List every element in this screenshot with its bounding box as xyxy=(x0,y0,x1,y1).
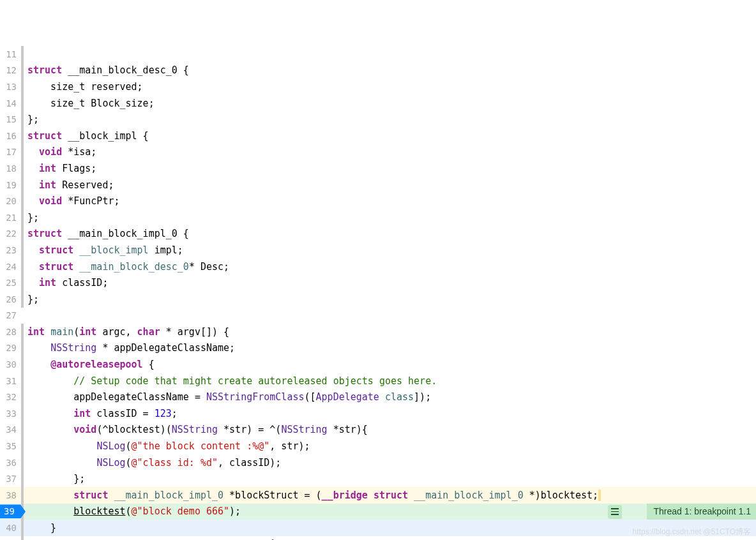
code-line[interactable]: 36 NSLog(@"class id: %d", classID); xyxy=(0,454,756,471)
change-bar xyxy=(21,160,24,177)
code-content[interactable]: struct __block_impl { xyxy=(27,130,756,142)
code-line[interactable]: 20 void *FuncPtr; xyxy=(0,193,756,209)
code-content[interactable]: }; xyxy=(27,473,756,484)
code-line[interactable]: 35 NSLog(@"the block content :%@", str); xyxy=(0,438,756,454)
code-line[interactable]: 17 void *isa; xyxy=(0,144,756,161)
change-bar xyxy=(21,536,24,540)
code-line[interactable]: 22struct __main_block_impl_0 { xyxy=(0,226,756,243)
line-number[interactable]: 23 xyxy=(0,245,19,255)
thread-breakpoint-badge[interactable]: Thread 1: breakpoint 1.1 xyxy=(647,504,756,520)
code-line[interactable]: 28int main(int argc, char * argv[]) { xyxy=(0,324,756,340)
code-content[interactable]: }; xyxy=(27,114,756,125)
line-number[interactable]: 30 xyxy=(0,359,19,370)
line-number[interactable]: 36 xyxy=(0,458,19,468)
code-line[interactable]: 11 xyxy=(0,46,756,63)
change-bar xyxy=(21,438,24,454)
line-number[interactable]: 34 xyxy=(0,424,19,435)
line-number[interactable]: 12 xyxy=(0,65,19,75)
line-number[interactable]: 21 xyxy=(0,213,19,223)
code-line[interactable]: 32 appDelegateClassName = NSStringFromCl… xyxy=(0,389,756,405)
line-number[interactable]: 22 xyxy=(0,229,19,239)
code-line[interactable]: 26}; xyxy=(0,291,756,308)
watermark-text: https://blog.csdn.net @51CTO博客 xyxy=(633,527,751,537)
code-content[interactable]: int Flags; xyxy=(27,163,756,174)
code-content[interactable]: struct __main_block_impl_0 { xyxy=(27,228,756,239)
code-editor[interactable]: 1112struct __main_block_desc_0 {13 size_… xyxy=(0,46,756,540)
line-number[interactable]: 17 xyxy=(0,147,19,157)
code-content[interactable]: struct __main_block_desc_0* Desc; xyxy=(27,261,756,273)
line-number[interactable]: 18 xyxy=(0,163,19,174)
code-line[interactable]: 25 int classID; xyxy=(0,274,756,291)
code-content[interactable]: NSString * appDelegateClassName; xyxy=(27,342,756,354)
line-number[interactable]: 38 xyxy=(0,490,19,500)
line-number[interactable]: 35 xyxy=(0,441,19,451)
change-bar xyxy=(21,487,24,504)
code-content[interactable]: }; xyxy=(27,212,756,223)
code-content[interactable]: @autoreleasepool { xyxy=(27,359,756,370)
line-number[interactable]: 32 xyxy=(0,392,19,402)
line-number[interactable]: 28 xyxy=(0,327,19,337)
line-number[interactable]: 20 xyxy=(0,196,19,206)
line-number[interactable]: 26 xyxy=(0,294,19,304)
breakpoint-marker[interactable]: 39 xyxy=(0,504,26,518)
code-content[interactable]: NSLog(@"class id: %d", classID); xyxy=(27,457,756,469)
line-number[interactable]: 24 xyxy=(0,262,19,272)
line-number[interactable]: 16 xyxy=(0,131,19,141)
line-number[interactable]: 25 xyxy=(0,278,19,288)
insertion-cursor xyxy=(598,490,601,501)
line-number[interactable]: 37 xyxy=(0,474,19,484)
code-line[interactable]: 30 @autoreleasepool { xyxy=(0,356,756,373)
code-line[interactable]: 24 struct __main_block_desc_0* Desc; xyxy=(0,259,756,275)
code-content[interactable]: // Setup code that might create autorele… xyxy=(27,375,756,387)
code-line[interactable]: 3939 blocktest(@"block demo 666");Thread… xyxy=(0,504,756,520)
line-number[interactable]: 19 xyxy=(0,180,19,190)
code-line[interactable]: 37 }; xyxy=(0,470,756,487)
code-content[interactable]: }; xyxy=(27,294,756,305)
code-content[interactable]: struct __main_block_impl_0 *blockStruct … xyxy=(27,490,756,502)
code-line[interactable]: 33 int classID = 123; xyxy=(0,405,756,422)
change-bar xyxy=(21,405,24,422)
change-bar xyxy=(21,274,24,291)
code-content[interactable]: int classID; xyxy=(27,277,756,289)
code-line[interactable]: 38 struct __main_block_impl_0 *blockStru… xyxy=(0,487,756,504)
change-bar xyxy=(21,144,24,161)
code-line[interactable]: 18 int Flags; xyxy=(0,160,756,177)
code-line[interactable]: 13 size_t reserved; xyxy=(0,79,756,95)
code-content[interactable]: NSLog(@"the block content :%@", str); xyxy=(27,440,756,452)
code-line[interactable]: 16struct __block_impl { xyxy=(0,128,756,144)
line-number[interactable]: 40 xyxy=(0,523,19,533)
thread-menu-icon[interactable] xyxy=(608,505,622,519)
code-line[interactable]: 27 xyxy=(0,308,756,324)
code-line[interactable]: 21}; xyxy=(0,209,756,226)
code-line[interactable]: 19 int Reserved; xyxy=(0,177,756,193)
code-line[interactable]: 31 // Setup code that might create autor… xyxy=(0,373,756,389)
code-line[interactable]: 12struct __main_block_desc_0 { xyxy=(0,63,756,79)
code-content[interactable]: size_t reserved; xyxy=(27,81,756,93)
line-number[interactable]: 31 xyxy=(0,376,19,386)
code-line[interactable]: 29 NSString * appDelegateClassName; xyxy=(0,340,756,357)
code-content[interactable]: int main(int argc, char * argv[]) { xyxy=(27,326,756,338)
line-number[interactable]: 15 xyxy=(0,114,19,124)
change-bar xyxy=(21,226,24,243)
code-line[interactable]: 14 size_t Block_size; xyxy=(0,95,756,112)
line-number[interactable]: 11 xyxy=(0,49,19,59)
code-line[interactable]: 34 void(^blocktest)(NSString *str) = ^(N… xyxy=(0,422,756,439)
code-content[interactable]: int classID = 123; xyxy=(27,408,756,419)
code-line[interactable]: 15}; xyxy=(0,111,756,128)
change-bar xyxy=(21,177,24,193)
line-number[interactable]: 33 xyxy=(0,409,19,419)
code-content[interactable]: void *FuncPtr; xyxy=(27,195,756,207)
code-content[interactable]: struct __block_impl impl; xyxy=(27,244,756,256)
code-content[interactable]: int Reserved; xyxy=(27,179,756,191)
line-number[interactable]: 14 xyxy=(0,98,19,109)
change-bar xyxy=(21,128,24,144)
code-content[interactable]: appDelegateClassName = NSStringFromClass… xyxy=(27,391,756,403)
code-line[interactable]: 23 struct __block_impl impl; xyxy=(0,242,756,259)
code-content[interactable]: size_t Block_size; xyxy=(27,98,756,109)
line-number[interactable]: 29 xyxy=(0,343,19,353)
line-number[interactable]: 27 xyxy=(0,310,19,320)
code-content[interactable]: void(^blocktest)(NSString *str) = ^(NSSt… xyxy=(27,424,756,435)
code-content[interactable]: void *isa; xyxy=(27,146,756,158)
line-number[interactable]: 13 xyxy=(0,82,19,92)
code-content[interactable]: struct __main_block_desc_0 { xyxy=(27,64,756,76)
